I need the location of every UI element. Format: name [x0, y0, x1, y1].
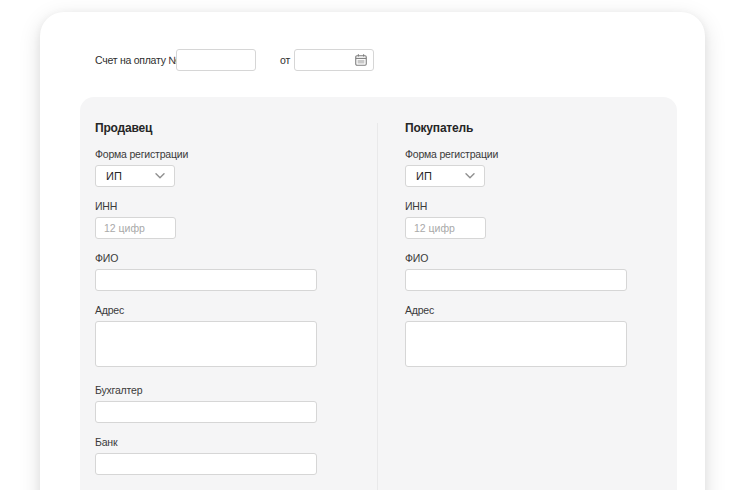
seller-bank-label: Банк	[95, 436, 317, 449]
seller-address-label: Адрес	[95, 304, 317, 317]
chevron-down-icon	[155, 173, 165, 179]
buyer-registration-select[interactable]: ИП	[405, 165, 485, 187]
invoice-date-field	[294, 49, 374, 71]
columns-divider	[377, 123, 378, 490]
calendar-icon[interactable]	[355, 54, 367, 66]
invoice-number-label: Счет на оплату №	[95, 49, 179, 71]
buyer-address-label: Адрес	[405, 304, 627, 317]
chevron-down-icon	[465, 173, 475, 179]
buyer-title: Покупатель	[405, 121, 627, 135]
parties-panel: Продавец Форма регистрации ИП ИНН ФИО Ад…	[80, 97, 677, 490]
buyer-inn-input[interactable]	[405, 217, 486, 239]
seller-title: Продавец	[95, 121, 317, 135]
buyer-registration-value: ИП	[416, 170, 432, 182]
seller-registration-label: Форма регистрации	[95, 148, 317, 161]
buyer-address-textarea[interactable]	[405, 321, 627, 367]
seller-accountant-input[interactable]	[95, 401, 317, 423]
invoice-card: Счет на оплату № от Продавец Форма регис…	[40, 12, 705, 490]
seller-address-textarea[interactable]	[95, 321, 317, 367]
buyer-registration-label: Форма регистрации	[405, 148, 627, 161]
buyer-fio-label: ФИО	[405, 252, 627, 265]
seller-bank-input[interactable]	[95, 453, 317, 475]
seller-section: Продавец Форма регистрации ИП ИНН ФИО Ад…	[95, 121, 317, 475]
invoice-date-prefix-label: от	[280, 49, 290, 71]
buyer-inn-label: ИНН	[405, 200, 627, 213]
seller-inn-label: ИНН	[95, 200, 317, 213]
buyer-fio-input[interactable]	[405, 269, 627, 291]
invoice-number-input[interactable]	[176, 49, 256, 71]
seller-fio-input[interactable]	[95, 269, 317, 291]
seller-accountant-label: Бухгалтер	[95, 384, 317, 397]
seller-inn-input[interactable]	[95, 217, 176, 239]
seller-registration-value: ИП	[106, 170, 122, 182]
buyer-section: Покупатель Форма регистрации ИП ИНН ФИО …	[405, 121, 627, 371]
seller-registration-select[interactable]: ИП	[95, 165, 175, 187]
seller-fio-label: ФИО	[95, 252, 317, 265]
